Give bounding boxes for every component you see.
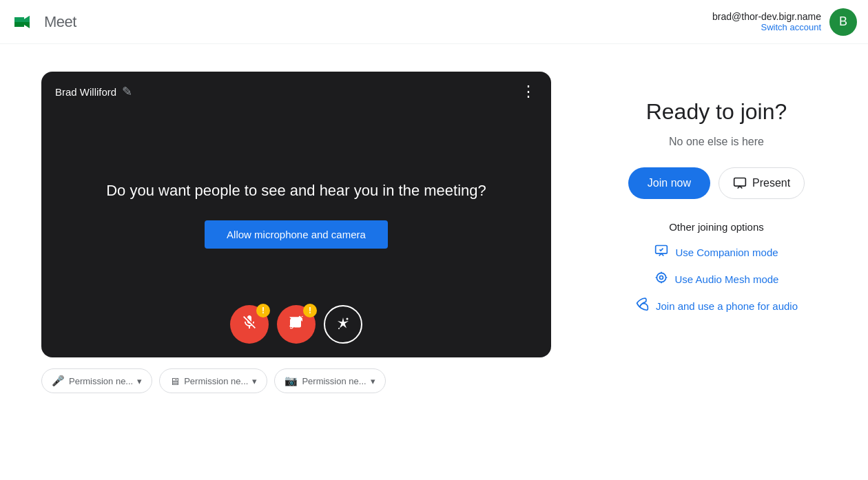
companion-mode-option[interactable]: Use Companion mode [606, 244, 827, 261]
audio-mesh-label: Use Audio Mesh mode [675, 273, 779, 285]
audio-mesh-mode-option[interactable]: Use Audio Mesh mode [606, 271, 827, 288]
svg-point-4 [347, 318, 349, 320]
mic-warning-badge: ! [256, 304, 270, 317]
no-one-text: No one else is here [606, 136, 827, 148]
video-container: Brad Williford ✎ ⋮ Do you want people to… [41, 72, 551, 357]
other-options-list: Use Companion mode Use Audio Mesh mode [606, 244, 827, 315]
header-right: brad@thor-dev.bigr.name Switch account B [712, 8, 857, 36]
audio-mesh-icon [654, 271, 668, 288]
svg-point-9 [657, 273, 665, 282]
logo-area: Meet [11, 8, 76, 36]
screen-permission-dropdown[interactable]: 🖥 Permission ne... ▾ [159, 368, 267, 393]
header: Meet brad@thor-dev.bigr.name Switch acco… [0, 0, 868, 44]
mic-dropdown-chevron: ▾ [137, 376, 142, 386]
phone-audio-icon [635, 298, 649, 315]
avatar[interactable]: B [829, 8, 857, 36]
edit-icon[interactable]: ✎ [122, 84, 132, 99]
svg-point-8 [659, 276, 663, 280]
camera-permission-icon: 📷 [285, 375, 298, 387]
video-header: Brad Williford ✎ ⋮ [41, 72, 551, 112]
screen-dropdown-chevron: ▾ [252, 376, 257, 386]
switch-account-link[interactable]: Switch account [712, 22, 821, 32]
phone-audio-label: Join and use a phone for audio [656, 300, 798, 312]
main-content: Brad Williford ✎ ⋮ Do you want people to… [0, 44, 868, 421]
more-options-icon[interactable]: ⋮ [521, 83, 537, 101]
app-name: Meet [44, 13, 76, 31]
screen-permission-label: Permission ne... [184, 376, 248, 386]
camera-permission-label: Permission ne... [302, 376, 366, 386]
permissions-bar: 🎤 Permission ne... ▾ 🖥 Permission ne... … [41, 368, 551, 393]
join-now-button[interactable]: Join now [628, 167, 710, 199]
present-button[interactable]: Present [719, 167, 805, 199]
video-section: Brad Williford ✎ ⋮ Do you want people to… [41, 72, 551, 393]
allow-microphone-camera-button[interactable]: Allow microphone and camera [205, 220, 388, 249]
join-buttons: Join now Present [606, 167, 827, 199]
present-label: Present [752, 177, 790, 189]
video-question: Do you want people to see and hear you i… [92, 180, 500, 202]
camera-dropdown-chevron: ▾ [371, 376, 375, 386]
turn-off-camera-button[interactable]: ! [277, 305, 316, 344]
companion-mode-icon [654, 244, 668, 261]
mic-permission-icon: 🎤 [52, 375, 65, 387]
ready-title: Ready to join? [606, 99, 827, 125]
user-name-area: Brad Williford ✎ [55, 84, 132, 99]
account-info: brad@thor-dev.bigr.name Switch account [712, 11, 821, 32]
mute-microphone-button[interactable]: ! [230, 305, 269, 344]
user-name: Brad Williford [55, 86, 116, 98]
mic-permission-label: Permission ne... [69, 376, 133, 386]
account-email: brad@thor-dev.bigr.name [712, 11, 821, 22]
phone-audio-option[interactable]: Join and use a phone for audio [606, 298, 827, 315]
right-panel: Ready to join? No one else is here Join … [606, 72, 827, 315]
microphone-permission-dropdown[interactable]: 🎤 Permission ne... ▾ [41, 368, 152, 393]
mic-off-icon [241, 314, 258, 335]
svg-point-5 [338, 328, 340, 329]
present-icon [733, 176, 747, 190]
camera-warning-badge: ! [303, 304, 317, 317]
effects-button[interactable] [324, 305, 362, 344]
video-center-content: Do you want people to see and hear you i… [92, 180, 500, 249]
other-options-title: Other joining options [606, 221, 827, 233]
meet-logo [11, 8, 39, 36]
video-bottom-controls: ! ! [41, 305, 551, 344]
screen-permission-icon: 🖥 [169, 375, 180, 387]
companion-mode-label: Use Companion mode [675, 247, 778, 258]
camera-off-icon [288, 314, 304, 335]
svg-rect-6 [734, 178, 746, 187]
camera-permission-dropdown[interactable]: 📷 Permission ne... ▾ [274, 368, 385, 393]
